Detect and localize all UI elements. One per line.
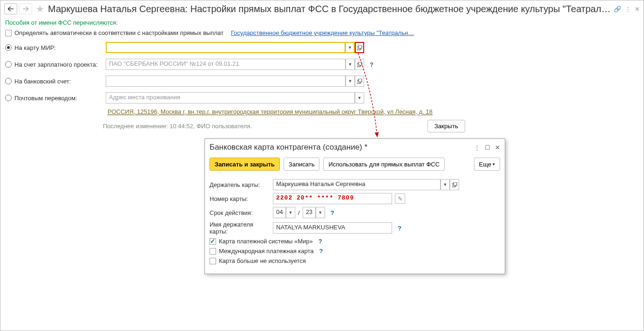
salary-open-button[interactable]: [355, 59, 364, 70]
expiry-year-input[interactable]: 23: [303, 207, 316, 218]
close-window-icon[interactable]: ✕: [635, 6, 640, 13]
salary-radio[interactable]: [5, 61, 12, 68]
auto-detect-checkbox[interactable]: [5, 30, 12, 36]
bank-radio[interactable]: [5, 78, 12, 84]
save-and-close-button[interactable]: Записать и закрыть: [210, 158, 280, 171]
card-number-label: Номер карты:: [210, 195, 270, 202]
expiry-help-icon[interactable]: ?: [331, 209, 334, 216]
salary-radio-label: На счет зарплатного проекта:: [14, 61, 103, 68]
mir-radio[interactable]: [5, 44, 12, 51]
mir-dropdown-button[interactable]: ▼: [346, 42, 355, 53]
expiry-month-dropdown[interactable]: ▼: [286, 207, 295, 218]
bank-open-button[interactable]: [355, 76, 364, 87]
use-for-fss-button[interactable]: Использовать для прямых выплат ФСС: [323, 158, 445, 171]
bank-dropdown-button[interactable]: ▼: [346, 76, 355, 87]
postal-dropdown-button[interactable]: ▼: [355, 92, 364, 103]
expiry-year-dropdown[interactable]: ▼: [316, 207, 325, 218]
auto-detect-label: Определять автоматически в соответствии …: [14, 29, 224, 36]
mir-open-button[interactable]: [355, 42, 364, 53]
mir-system-checkbox[interactable]: [210, 238, 216, 245]
nav-forward-button[interactable]: [19, 3, 32, 14]
svg-rect-8: [454, 182, 457, 186]
dialog-toolbar: Записать и закрыть Записать Использовать…: [205, 156, 505, 175]
card-number-row: Номер карты: 2202 20** **** 7809 ✎: [210, 193, 500, 204]
salary-input[interactable]: ПАО "СБЕРБАНК РОССИИ" №124 от 09.01.21: [106, 59, 346, 70]
salary-help-icon[interactable]: ?: [370, 61, 373, 68]
dialog-body: Держатель карты: Маркушева Наталья Серге…: [205, 175, 505, 274]
card-holder-row: Держатель карты: Маркушева Наталья Серге…: [210, 179, 500, 190]
card-name-input[interactable]: NATALYA MARKUSHEVA: [273, 222, 392, 234]
card-expiry-row: Срок действия: 04 ▼ / 23 ▼ ?: [210, 207, 500, 218]
salary-dropdown-button[interactable]: ▼: [346, 59, 355, 70]
card-holder-dropdown-button[interactable]: ▼: [441, 179, 450, 190]
intl-card-label: Международная платежная карта: [219, 248, 313, 255]
postal-radio-label: Почтовым переводом:: [14, 95, 103, 102]
nav-back-button[interactable]: [4, 3, 17, 14]
dialog-kebab-icon[interactable]: ⋮: [474, 144, 480, 151]
last-change-text: Последнее изменение: 10:44:52, ФИО польз…: [103, 123, 252, 130]
auto-detect-row: Определять автоматически в соответствии …: [0, 28, 644, 38]
address-link[interactable]: РОССИЯ, 125196, Москва г, вн.тер.г. внут…: [108, 108, 433, 116]
mir-system-help-icon[interactable]: ?: [319, 238, 322, 245]
dialog-title: Банковская карта контрагента (создание) …: [210, 143, 469, 152]
link-icon[interactable]: 🔗: [614, 6, 621, 13]
page-title: Маркушева Наталья Сергеевна: Настройки п…: [48, 4, 612, 14]
section-title: Пособия от имени ФСС перечисляются:: [0, 17, 644, 28]
postal-row: Почтовым переводом: Адрес места проживан…: [0, 91, 644, 105]
dialog-close-icon[interactable]: ✕: [495, 144, 500, 151]
more-button[interactable]: Еще ▾: [474, 158, 500, 171]
card-holder-open-button[interactable]: [450, 179, 459, 190]
intl-card-row: Международная платежная карта ?: [210, 248, 500, 255]
intl-card-help-icon[interactable]: ?: [319, 248, 323, 255]
dialog-maximize-icon[interactable]: ☐: [485, 144, 490, 151]
postal-radio[interactable]: [5, 95, 12, 101]
mir-system-label: Карта платежной системы «Мир»: [219, 238, 313, 245]
favorite-star-icon[interactable]: ★: [36, 3, 44, 14]
card-number-input[interactable]: 2202 20** **** 7809: [273, 193, 392, 204]
expiry-month-input[interactable]: 04: [273, 207, 286, 218]
edit-card-number-icon[interactable]: ✎: [395, 193, 405, 204]
kebab-menu-icon[interactable]: ⋮: [625, 6, 631, 13]
card-create-dialog: Банковская карта контрагента (создание) …: [204, 138, 505, 274]
svg-rect-1: [359, 45, 362, 48]
dialog-header: Банковская карта контрагента (создание) …: [205, 139, 505, 156]
save-button[interactable]: Записать: [284, 158, 320, 171]
postal-input[interactable]: Адрес места проживания: [106, 92, 355, 103]
card-holder-label: Держатель карты:: [210, 181, 270, 188]
mir-radio-label: На карту МИР:: [14, 44, 103, 51]
svg-rect-3: [359, 62, 362, 65]
organization-link[interactable]: Государственное бюджетное учреждение кул…: [231, 29, 414, 36]
mir-system-row: Карта платежной системы «Мир» ?: [210, 238, 500, 245]
unused-card-label: Карта больше не используется: [219, 257, 306, 264]
address-row: РОССИЯ, 125196, Москва г, вн.тер.г. внут…: [0, 107, 644, 117]
unused-card-row: Карта больше не используется: [210, 257, 500, 264]
close-button[interactable]: Закрыть: [427, 120, 465, 132]
card-name-label: Имя держателя карты:: [210, 221, 270, 235]
card-holder-input[interactable]: Маркушева Наталья Сергеевна: [273, 179, 441, 190]
window-header: ★ Маркушева Наталья Сергеевна: Настройки…: [0, 0, 644, 17]
bank-account-row: На банковский счет: ▼: [0, 74, 644, 88]
expiry-separator: /: [298, 209, 300, 216]
bank-input[interactable]: [106, 76, 346, 87]
salary-project-row: На счет зарплатного проекта: ПАО "СБЕРБА…: [0, 57, 644, 71]
card-name-row: Имя держателя карты: NATALYA MARKUSHEVA …: [210, 221, 500, 235]
svg-rect-5: [359, 79, 362, 82]
mir-card-row: На карту МИР: ▼: [0, 41, 644, 55]
card-name-help-icon[interactable]: ?: [398, 225, 401, 232]
bank-radio-label: На банковский счет:: [14, 78, 103, 85]
intl-card-checkbox[interactable]: [210, 248, 216, 255]
mir-card-input[interactable]: [106, 42, 346, 53]
unused-card-checkbox[interactable]: [210, 258, 216, 264]
card-expiry-label: Срок действия:: [210, 209, 270, 216]
footer-row: Последнее изменение: 10:44:52, ФИО польз…: [0, 117, 474, 132]
